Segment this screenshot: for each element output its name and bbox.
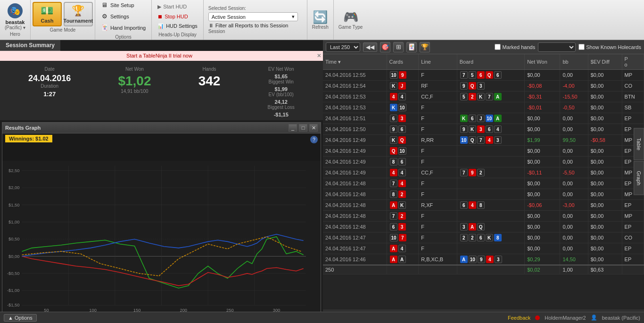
hero-avatar: 🎭 bbox=[8, 3, 23, 18]
refresh-section[interactable]: 🔄 Refresh bbox=[307, 0, 334, 40]
graph-panel: Results Graph _ □ ✕ Winnings: $1.02 ? bbox=[2, 122, 321, 321]
table-row[interactable]: 24.04.2016 12:53 K10 F -$0,01 -0,50 $0,0… bbox=[323, 102, 644, 113]
col-bb[interactable]: bb bbox=[560, 54, 588, 70]
dropdown-arrow-icon: ▾ bbox=[292, 14, 295, 20]
hero-section: 🎭 beastak (Pacific) ▾ Hero bbox=[0, 0, 31, 40]
col-ev-diff[interactable]: $EV Diff bbox=[588, 54, 622, 70]
graph-side-tab[interactable]: Graph bbox=[634, 161, 644, 195]
settings-button[interactable]: ⚙ Settings bbox=[99, 12, 148, 21]
cash-button[interactable]: 💵 Cash bbox=[33, 2, 62, 26]
table-row[interactable]: 24.04.2016 12:49 KQ R,RR 10Q743 $1,99 99… bbox=[323, 135, 644, 146]
marked-hands-select[interactable] bbox=[538, 42, 576, 52]
grid-btn[interactable]: ⊞ bbox=[393, 42, 404, 52]
cell-time: 24.04.2016 12:46 bbox=[323, 254, 387, 265]
close-button[interactable]: ✕ bbox=[309, 124, 318, 132]
table-row[interactable]: 24.04.2016 12:47 107 F 226K8 $0,00 0,00 … bbox=[323, 232, 644, 243]
cell-cards: 86 bbox=[387, 157, 419, 167]
table-row[interactable]: 24.04.2016 12:49 44 CC,F 792 -$0,11 -5,5… bbox=[323, 167, 644, 178]
table-row[interactable]: 24.04.2016 12:46 AA R,B,XC,B A10943 $0,2… bbox=[323, 254, 644, 265]
show-holecards-checkbox[interactable] bbox=[578, 44, 585, 50]
selected-session-label: Selected Session: bbox=[208, 6, 246, 11]
col-line[interactable]: Line bbox=[419, 54, 457, 70]
table-row[interactable]: 24.04.2016 12:50 96 F 9K364 $0,00 0,00 $… bbox=[323, 124, 644, 135]
options-button[interactable]: ▲ Options bbox=[4, 314, 37, 322]
cell-cards: 44 bbox=[387, 167, 419, 178]
cell-net-won: -$0,11 bbox=[525, 167, 560, 178]
svg-text:-$1,00: -$1,00 bbox=[7, 288, 19, 293]
graph-svg: $2,50 $2,00 $1,50 $1,00 $0,50 $0,00 -$0,… bbox=[2, 144, 321, 323]
minimize-button[interactable]: _ bbox=[289, 124, 297, 132]
maximize-button[interactable]: □ bbox=[299, 124, 307, 132]
game-type-section[interactable]: 🎮 Game Type bbox=[334, 0, 368, 40]
session-dropdown[interactable]: Active Session ▾ bbox=[208, 12, 298, 21]
cell-ev-diff: $0,00 bbox=[588, 167, 622, 178]
cell-time: 24.04.2016 12:47 bbox=[323, 232, 387, 243]
cell-pos: SB bbox=[622, 102, 644, 113]
graph-titlebar: Results Graph _ □ ✕ bbox=[2, 123, 321, 133]
cell-net-won: $0,29 bbox=[525, 254, 560, 265]
table-row[interactable]: 24.04.2016 12:48 AK R,XF 648 -$0,06 -3,0… bbox=[323, 200, 644, 211]
site-setup-button[interactable]: 🖥 Site Setup bbox=[99, 0, 148, 10]
table-row[interactable]: 24.04.2016 12:48 74 F $0,00 0,00 $0,00 E… bbox=[323, 178, 644, 189]
marked-hands-checkbox[interactable] bbox=[495, 44, 501, 50]
cell-pos: EP bbox=[622, 113, 644, 124]
date-block: Date 24.04.2016 Duration 1:27 bbox=[28, 66, 71, 117]
last-n-select[interactable]: Last 250 bbox=[326, 42, 360, 52]
cell-net-won: $1,99 bbox=[525, 135, 560, 146]
col-board[interactable]: Board bbox=[457, 54, 524, 70]
cards-btn[interactable]: 🃏 bbox=[406, 42, 417, 52]
table-side-tab[interactable]: Table bbox=[634, 128, 644, 160]
filter-btn[interactable]: 🎯 bbox=[380, 42, 390, 52]
col-net-won[interactable]: Net Won bbox=[525, 54, 560, 70]
cell-line: R,RR bbox=[419, 135, 457, 146]
table-row[interactable]: 24.04.2016 12:48 63 F 3AQ $0,00 0,00 $0,… bbox=[323, 222, 644, 232]
cell-net-won: $0,00 bbox=[525, 232, 560, 243]
refresh-label: Refresh bbox=[312, 25, 329, 30]
table-row[interactable]: 24.04.2016 12:55 109 F 756Q6 $0,00 0,00 … bbox=[323, 70, 644, 81]
hand-history-container[interactable]: Time ▾ Cards Line Board Net Won bb $EV D… bbox=[323, 54, 644, 310]
cell-bb: 0,00 bbox=[560, 178, 588, 189]
cell-time: 24.04.2016 12:49 bbox=[323, 167, 387, 178]
toolbar: 🎭 beastak (Pacific) ▾ Hero 💵 Cash 🏆 Tour… bbox=[0, 0, 644, 40]
feedback-link[interactable]: Feedback bbox=[508, 315, 530, 321]
side-tabs: Table Graph bbox=[634, 128, 644, 195]
help-icon[interactable]: ? bbox=[310, 136, 318, 143]
hero-region[interactable]: (Pacific) ▾ bbox=[5, 25, 25, 30]
trophy-btn[interactable]: 🏆 bbox=[420, 42, 430, 52]
cell-cards: 107 bbox=[387, 232, 419, 243]
table-row[interactable]: 24.04.2016 12:54 KJ RF 9Q3 -$0,08 -4,00 … bbox=[323, 81, 644, 91]
cell-ev-diff: $0,00 bbox=[588, 222, 622, 232]
hud-settings-button[interactable]: 📊 HUD Settings bbox=[156, 22, 199, 30]
hero-label: Hero bbox=[10, 32, 20, 37]
tournament-button[interactable]: 🏆 Tournament bbox=[64, 2, 93, 26]
filter-label[interactable]: Filter all Reports to this Session bbox=[215, 23, 289, 28]
table-row[interactable]: 24.04.2016 12:48 72 F $0,00 0,00 $0,00 M… bbox=[323, 211, 644, 222]
table-row[interactable]: 24.04.2016 12:49 Q10 F $0,00 0,00 $0,00 … bbox=[323, 146, 644, 157]
cell-ev-diff: $0,00 bbox=[588, 81, 622, 91]
cell-board bbox=[457, 211, 524, 222]
trial-banner[interactable]: ✕ Start a TableNinja II trial now bbox=[0, 51, 323, 61]
cell-ev-diff: $0,00 bbox=[588, 178, 622, 189]
nav-back-btn[interactable]: ◀◀ bbox=[363, 42, 377, 52]
gametype-icon: 🎮 bbox=[343, 10, 358, 25]
cell-line: F bbox=[419, 146, 457, 157]
svg-text:-$1,50: -$1,50 bbox=[7, 303, 19, 308]
table-row[interactable]: 24.04.2016 12:53 44 CC,F 52K7A -$0,31 -1… bbox=[323, 91, 644, 102]
hand-importing-button[interactable]: 🃏 Hand Importing bbox=[99, 23, 148, 33]
start-hud-button[interactable]: ▶ Start HUD bbox=[156, 3, 199, 11]
close-icon[interactable]: ✕ bbox=[317, 53, 321, 59]
col-pos[interactable]: Po bbox=[622, 54, 644, 70]
table-row[interactable]: 24.04.2016 12:47 A4 F $0,00 0,00 $0,00 E… bbox=[323, 243, 644, 254]
session-summary-tab[interactable]: Session Summary bbox=[0, 40, 323, 51]
cell-cards: AK bbox=[387, 200, 419, 211]
table-row[interactable]: 24.04.2016 12:48 82 F $0,00 0,00 $0,00 M… bbox=[323, 189, 644, 200]
table-row[interactable]: 24.04.2016 12:51 63 F K6J10A $0,00 0,00 … bbox=[323, 113, 644, 124]
table-row[interactable]: 24.04.2016 12:49 86 F $0,00 0,00 $0,00 E… bbox=[323, 157, 644, 167]
cell-bb: -3,00 bbox=[560, 200, 588, 211]
cell-line: F bbox=[419, 243, 457, 254]
col-cards[interactable]: Cards bbox=[387, 54, 419, 70]
col-time[interactable]: Time ▾ bbox=[323, 54, 387, 70]
stop-hud-button[interactable]: ⏹ Stop HUD bbox=[156, 13, 199, 20]
cell-board bbox=[457, 178, 524, 189]
cell-net-won: $0,00 bbox=[525, 124, 560, 135]
